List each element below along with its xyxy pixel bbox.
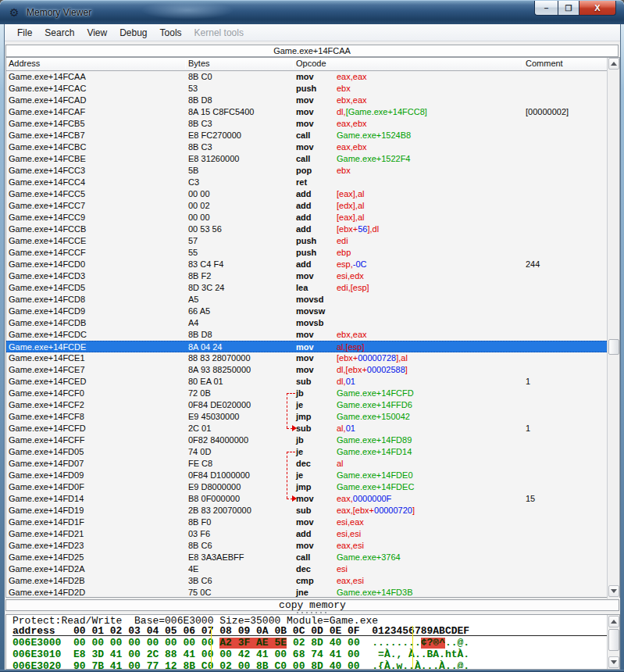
copy-memory-button[interactable]: copy memory bbox=[5, 599, 619, 611]
disasm-row[interactable]: Game.exe+14FCCE57pushedi bbox=[6, 235, 608, 247]
menu-kernel-tools[interactable]: Kernel tools bbox=[188, 26, 250, 40]
disasm-row[interactable]: Game.exe+14FCBEE8 31260000callGame.exe+1… bbox=[6, 153, 608, 165]
memory-viewer-window: ⚙ Memory Viewer – ❐ X FileSearchViewDebu… bbox=[0, 0, 624, 672]
jump-arrow bbox=[287, 452, 295, 499]
disassembly-panel: Address Bytes Opcode Comment Game.exe+14… bbox=[5, 57, 620, 598]
arrow-up-icon bbox=[611, 620, 617, 624]
menu-bar: FileSearchViewDebugToolsKernel tools bbox=[5, 24, 620, 41]
disasm-row[interactable]: Game.exe+14FCC35Bpopebx bbox=[6, 165, 608, 177]
disasm-row[interactable]: Game.exe+14FCC500 00add[eax],al bbox=[6, 188, 608, 200]
disasm-row[interactable]: Game.exe+14FCD58D 3C 24leaedi,[esp] bbox=[6, 282, 608, 294]
jump-arrowhead-icon bbox=[292, 425, 297, 431]
disasm-row[interactable]: Game.exe+14FCB58B C3moveax,ebx bbox=[6, 118, 608, 130]
jump-arrow bbox=[287, 393, 295, 428]
hex-view: Protect:Read/Write Base=006E3000 Size=35… bbox=[5, 614, 620, 670]
disasm-row[interactable]: Game.exe+14FD2D75 0CjneGame.exe+14FD3B bbox=[6, 587, 608, 599]
column-header-row: Address Bytes Opcode Comment bbox=[6, 58, 608, 71]
disasm-row[interactable]: Game.exe+14FCBC8B C3moveax,ebx bbox=[6, 141, 608, 153]
arrow-down-icon bbox=[611, 660, 617, 664]
disassembly-scrollbar[interactable] bbox=[607, 58, 619, 599]
current-address-header: Game.exe+14FCAA bbox=[5, 45, 619, 57]
disasm-row[interactable]: Game.exe+14FD2B3B C6cmpeax,esi bbox=[6, 575, 608, 587]
disasm-row[interactable]: Game.exe+14FD0574 0DjeGame.exe+14FD14 bbox=[6, 446, 608, 458]
disasm-row[interactable]: Game.exe+14FD1F8B F0movesi,eax bbox=[6, 517, 608, 528]
disasm-row[interactable]: Game.exe+14FCAD8B D8movebx,eax bbox=[6, 95, 608, 106]
disasm-row[interactable]: Game.exe+14FCCF55pushebp bbox=[6, 247, 608, 259]
column-header-opcode[interactable]: Opcode bbox=[296, 59, 326, 68]
hex-header-row: address 00 01 02 03 04 05 06 07 08 09 0A… bbox=[12, 626, 608, 636]
disasm-row[interactable]: Game.exe+14FCC900 00add[eax],al bbox=[6, 212, 608, 223]
jump-arrowhead-icon bbox=[292, 495, 297, 502]
menu-tools[interactable]: Tools bbox=[154, 26, 188, 40]
maximize-icon: ❐ bbox=[565, 4, 572, 13]
disasm-row[interactable]: Game.exe+14FD238B C6moveax,esi bbox=[6, 540, 608, 552]
maximize-button[interactable]: ❐ bbox=[558, 1, 579, 16]
disasm-row[interactable]: Game.exe+14FCF072 0BjbGame.exe+14FCFD bbox=[6, 388, 608, 399]
disasm-row[interactable]: Game.exe+14FCB7E8 FC270000callGame.exe+1… bbox=[6, 130, 608, 141]
disasm-row[interactable]: Game.exe+14FCAA8B C0moveax,eax bbox=[6, 71, 608, 83]
menu-view[interactable]: View bbox=[80, 26, 113, 40]
disasm-row[interactable]: Game.exe+14FCE188 83 28070000mov[ebx+000… bbox=[6, 352, 608, 364]
hex-dump-list: 006E3000 00 00 00 00 00 00 00 00 A2 3F A… bbox=[12, 638, 608, 670]
caption-buttons: – ❐ X bbox=[534, 1, 616, 16]
disasm-row[interactable]: Game.exe+14FCC700 02add[edx],al bbox=[6, 200, 608, 212]
disasm-row[interactable]: Game.exe+14FCAC53pushebx bbox=[6, 83, 608, 95]
arrow-up-icon bbox=[611, 62, 617, 66]
scroll-up-button[interactable] bbox=[608, 58, 619, 70]
column-separator[interactable] bbox=[522, 59, 523, 69]
menu-search[interactable]: Search bbox=[38, 26, 80, 40]
disasm-row[interactable]: Game.exe+14FCCB00 53 56add[ebx+56],dl bbox=[6, 223, 608, 235]
disasm-row[interactable]: Game.exe+14FCF20F84 DE020000jeGame.exe+1… bbox=[6, 399, 608, 411]
column-header-bytes[interactable]: Bytes bbox=[188, 59, 210, 68]
hex-scrollbar-thumb[interactable] bbox=[608, 629, 619, 651]
disasm-row[interactable]: Game.exe+14FCD083 C4 F4addesp,-0C244 bbox=[6, 259, 608, 270]
disasm-row[interactable]: Game.exe+14FCFF0F82 84000000jbGame.exe+1… bbox=[6, 434, 608, 446]
disasm-row[interactable]: Game.exe+14FD14B8 0F000000moveax,0000000… bbox=[6, 493, 608, 505]
disasm-row[interactable]: Game.exe+14FD090F84 D1000000jeGame.exe+1… bbox=[6, 470, 608, 481]
column-separator[interactable] bbox=[293, 59, 294, 69]
disasm-row[interactable]: Game.exe+14FCDE8A 04 24moval,[esp] bbox=[6, 341, 608, 352]
disasm-row[interactable]: Game.exe+14FCDBA4movsb bbox=[6, 317, 608, 329]
column-header-comment[interactable]: Comment bbox=[526, 59, 563, 68]
hex-separator-line bbox=[412, 626, 413, 669]
close-button[interactable]: X bbox=[579, 1, 616, 16]
scroll-down-button[interactable] bbox=[608, 585, 619, 597]
cheat-engine-icon[interactable]: ⚙ bbox=[8, 6, 20, 19]
window-border-left bbox=[0, 24, 5, 672]
disasm-row[interactable]: Game.exe+14FCD38B F2movesi,edx bbox=[6, 270, 608, 282]
disasm-row[interactable]: Game.exe+14FD07FE C8decal bbox=[6, 458, 608, 470]
column-separator[interactable] bbox=[185, 59, 186, 69]
disasm-row[interactable]: Game.exe+14FD25E8 3A3AEBFFcallGame.exe+3… bbox=[6, 552, 608, 563]
scrollbar-thumb[interactable] bbox=[608, 339, 619, 355]
title-bar[interactable]: ⚙ Memory Viewer – ❐ X bbox=[0, 0, 624, 24]
disasm-row[interactable]: Game.exe+14FCD966 A5movsw bbox=[6, 306, 608, 317]
disasm-row[interactable]: Game.exe+14FCED80 EA 01subdl,011 bbox=[6, 376, 608, 388]
menu-file[interactable]: File bbox=[11, 26, 38, 40]
disasm-row[interactable]: Game.exe+14FD2103 F6addesi,esi bbox=[6, 528, 608, 540]
disasm-row[interactable]: Game.exe+14FD2A4Edecesi bbox=[6, 563, 608, 575]
disasm-row[interactable]: Game.exe+14FD192B 83 20070000subeax,[ebx… bbox=[6, 505, 608, 517]
arrow-down-icon bbox=[611, 589, 617, 593]
hex-scroll-up-button[interactable] bbox=[608, 616, 619, 627]
disasm-row[interactable]: Game.exe+14FCDC8B D8movebx,eax bbox=[6, 329, 608, 341]
disasm-row[interactable]: Game.exe+14FCAF8A 15 C8FC5400movdl,[Game… bbox=[6, 106, 608, 118]
disasm-row[interactable]: Game.exe+14FCE78A 93 88250000movdl,[ebx+… bbox=[6, 364, 608, 376]
close-icon: X bbox=[594, 3, 600, 13]
hex-scroll-down-button[interactable] bbox=[608, 656, 619, 668]
hex-row[interactable]: 006E3020 90 7B 41 00 77 12 8B C0 02 00 8… bbox=[12, 661, 608, 670]
menu-debug[interactable]: Debug bbox=[113, 26, 153, 40]
window-border-right bbox=[620, 24, 624, 672]
disassembly-list: Game.exe+14FCAA8B C0moveax,eaxGame.exe+1… bbox=[6, 71, 608, 599]
column-header-address[interactable]: Address bbox=[9, 59, 40, 68]
hex-scrollbar[interactable] bbox=[607, 615, 619, 669]
hex-row[interactable]: 006E3000 00 00 00 00 00 00 00 00 A2 3F A… bbox=[12, 638, 608, 649]
disasm-row[interactable]: Game.exe+14FD0FE9 D8000000jmpGame.exe+14… bbox=[6, 481, 608, 493]
hex-separator-line bbox=[211, 626, 212, 669]
disasm-row[interactable]: Game.exe+14FCFD2C 01subal,011 bbox=[6, 423, 608, 434]
disasm-row[interactable]: Game.exe+14FCC4C3ret bbox=[6, 177, 608, 188]
minimize-button[interactable]: – bbox=[534, 1, 558, 16]
hex-row[interactable]: 006E3010 E8 3D 41 00 2C 88 41 00 00 42 4… bbox=[12, 649, 608, 661]
window-title: Memory Viewer bbox=[27, 7, 91, 18]
disasm-row[interactable]: Game.exe+14FCD8A5movsd bbox=[6, 294, 608, 306]
disasm-row[interactable]: Game.exe+14FCF8E9 45030000jmpGame.exe+15… bbox=[6, 411, 608, 423]
